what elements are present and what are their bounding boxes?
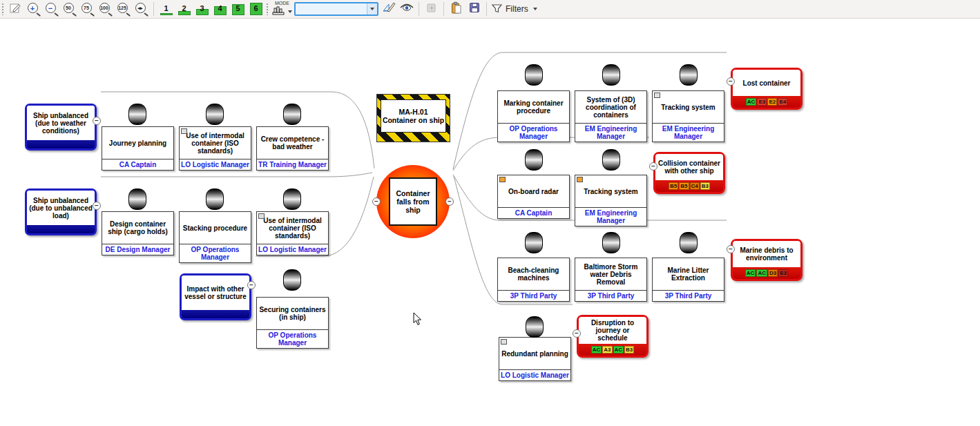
zoom-fit-width-button[interactable]: ◂▸ xyxy=(133,1,149,17)
barrier-name: System of (3D) coordination of container… xyxy=(575,91,646,123)
barrier-barrel[interactable] xyxy=(602,232,620,253)
consequence-name: Marine debris to environment xyxy=(733,241,800,267)
barrier-box[interactable]: Beach-cleaning machines 3P Third Party xyxy=(497,258,570,302)
barrier-box[interactable]: Tracking system EM Engineering Manager xyxy=(652,90,724,142)
zoom-75-button[interactable]: 75 xyxy=(79,1,95,17)
barrier-barrel[interactable] xyxy=(283,269,301,291)
zoom-125-button[interactable]: 125 xyxy=(115,1,131,17)
barrier-box[interactable]: System of (3D) coordination of container… xyxy=(575,90,647,142)
barrier-barrel[interactable] xyxy=(525,149,543,171)
barrier-name: Tracking system xyxy=(653,91,724,123)
level-2-button[interactable]: 2 xyxy=(176,1,192,17)
collapse-right-button[interactable]: − xyxy=(445,197,454,206)
bowtie-diagram-canvas[interactable]: MA-H.01 Container on ship Container fall… xyxy=(0,19,980,426)
threat-box[interactable]: Ship unbalanced (due to weather conditio… xyxy=(25,104,97,151)
toolbar-grip[interactable] xyxy=(266,3,269,15)
barrier-box[interactable]: Stacking procedure OP Operations Manager xyxy=(179,211,251,263)
collapse-consequence4-button[interactable]: − xyxy=(573,329,581,338)
barrier-owner: LO Logistic Manager xyxy=(180,159,251,170)
threat-box[interactable]: Impact with other vessel or structure xyxy=(180,273,251,320)
barrier-barrel[interactable] xyxy=(602,149,620,171)
barrier-name: Crew competence - bad weather xyxy=(257,127,328,159)
barrier-barrel[interactable] xyxy=(525,64,543,86)
barrier-barrel[interactable] xyxy=(680,232,698,253)
barrier-box[interactable]: Marking container procedure OP Operation… xyxy=(497,90,570,142)
add-item-icon xyxy=(425,1,438,17)
consequence-box[interactable]: Lost container AC E3 E2 E4 xyxy=(731,68,803,110)
risk-tags: AC AC D3 E3 xyxy=(733,267,800,279)
hazard-code: MA-H.01 xyxy=(398,108,427,116)
collapse-consequence2-button[interactable]: − xyxy=(649,162,657,171)
collapse-threat1-button[interactable]: − xyxy=(93,117,101,125)
zoom-out-icon: − xyxy=(46,3,58,15)
collapse-left-button[interactable]: − xyxy=(372,197,381,206)
barrier-barrel[interactable] xyxy=(525,232,543,253)
paste-button[interactable] xyxy=(448,1,464,17)
barrier-box[interactable]: Redundant planning LO Logistic Manager xyxy=(499,337,571,381)
risk-tags: AC E3 E2 E4 xyxy=(733,96,800,108)
barrier-box[interactable]: On-board radar CA Captain xyxy=(497,175,570,219)
zoom-100-button[interactable]: 100 xyxy=(97,1,113,17)
threat-name: Impact with other vessel or structure xyxy=(182,275,249,310)
combobox-dropdown-button[interactable] xyxy=(367,3,377,14)
barrier-barrel[interactable] xyxy=(680,64,698,86)
barrier-barrel[interactable] xyxy=(128,188,146,210)
eye-icon xyxy=(400,3,414,15)
barrier-box[interactable]: Use of intermodal container (ISO standar… xyxy=(179,126,251,171)
barrier-box[interactable]: Journey planning CA Captain xyxy=(102,126,174,171)
risk-tag: E4 xyxy=(778,98,787,106)
collapse-consequence1-button[interactable]: − xyxy=(727,77,735,86)
barrier-barrel[interactable] xyxy=(206,104,224,125)
hazard-box[interactable]: MA-H.01 Container on ship xyxy=(376,94,450,142)
level-1-button[interactable]: 1 xyxy=(158,1,174,17)
risk-tag: D3 xyxy=(768,269,778,277)
risk-tags: B5 B5 C4 B3 xyxy=(655,180,723,192)
edit-layout-button[interactable] xyxy=(381,1,396,17)
barrier-name: Baltimore Storm water Debris Removal xyxy=(575,258,646,290)
barrier-barrel[interactable] xyxy=(283,188,301,210)
mode-button[interactable]: MODE xyxy=(272,1,292,17)
barrier-box[interactable]: Securing containers (in ship) OP Operati… xyxy=(256,297,329,349)
level-5-icon: 5 xyxy=(232,3,244,15)
filters-dropdown[interactable]: Filters xyxy=(491,3,537,16)
level-3-button[interactable]: 3 xyxy=(194,1,210,17)
zoom-out-button[interactable]: − xyxy=(44,1,59,17)
barrier-box[interactable]: Design container ship (cargo holds) DE D… xyxy=(102,211,174,255)
top-event-circle[interactable]: Container falls from ship xyxy=(376,165,450,238)
barrier-barrel[interactable] xyxy=(526,316,544,338)
barrier-box[interactable]: Crew competence - bad weather TR Trainin… xyxy=(256,126,329,171)
barrier-barrel[interactable] xyxy=(602,64,620,86)
barrier-box[interactable]: Tracking system EM Engineering Manager xyxy=(575,175,647,226)
consequence-box[interactable]: Disruption to journey or schedule AC A3 … xyxy=(577,315,648,358)
toolbar-separator xyxy=(443,2,444,16)
barrier-box[interactable]: Baltimore Storm water Debris Removal 3P … xyxy=(575,258,647,302)
level-1-icon: 1 xyxy=(160,3,173,15)
barrier-name: Design container ship (cargo holds) xyxy=(102,212,173,244)
barrier-owner: DE Design Manager xyxy=(102,244,173,255)
barrier-barrel[interactable] xyxy=(206,188,224,210)
barrier-name: Marine Litter Extraction xyxy=(653,258,724,290)
preview-button[interactable] xyxy=(398,1,414,17)
threat-box[interactable]: Ship unbalanced (due to unbalanced load) xyxy=(25,188,97,235)
barrier-barrel[interactable] xyxy=(128,104,146,125)
level-4-button[interactable]: 4 xyxy=(212,1,228,17)
consequence-box[interactable]: Collision container with other ship B5 B… xyxy=(653,152,725,194)
barrier-barrel[interactable] xyxy=(283,104,301,125)
collapse-threat2-button[interactable]: − xyxy=(93,202,101,210)
note-icon xyxy=(499,177,506,182)
level-5-button[interactable]: 5 xyxy=(230,1,246,17)
zoom-in-button[interactable]: + xyxy=(26,1,41,17)
collapse-consequence3-button[interactable]: − xyxy=(727,245,735,253)
level-6-button[interactable]: 6 xyxy=(248,1,264,17)
diagram-combobox[interactable] xyxy=(294,2,378,16)
consequence-name: Disruption to journey or schedule xyxy=(579,317,646,344)
barrier-box[interactable]: Use of intermodal container (ISO standar… xyxy=(256,211,329,255)
save-button[interactable] xyxy=(466,1,482,17)
barrier-box[interactable]: Marine Litter Extraction 3P Third Party xyxy=(652,258,724,302)
toolbar-grip[interactable] xyxy=(1,3,4,15)
edit-diagram-button[interactable] xyxy=(8,1,23,17)
collapse-threat3-button[interactable]: − xyxy=(247,281,256,289)
zoom-50-button[interactable]: 50 xyxy=(61,1,77,17)
filters-caret-icon xyxy=(533,8,537,10)
consequence-box[interactable]: Marine debris to environment AC AC D3 E3 xyxy=(731,239,803,281)
